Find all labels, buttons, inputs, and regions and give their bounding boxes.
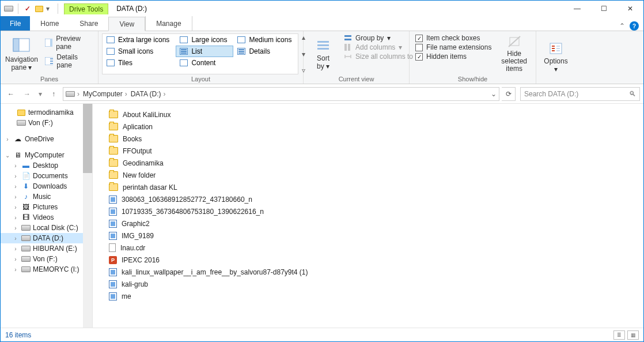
hidden-items-toggle[interactable]: Hidden items: [413, 52, 494, 61]
help-icon[interactable]: ?: [630, 21, 639, 31]
list-item[interactable]: me: [107, 290, 643, 302]
file-name: Books: [123, 135, 142, 143]
list-item[interactable]: Inau.cdr: [107, 242, 643, 254]
list-item[interactable]: Geodinamika: [107, 157, 643, 169]
preview-pane-button[interactable]: Preview pane: [41, 33, 94, 52]
breadcrumb-data[interactable]: DATA (D:) ›: [130, 90, 167, 98]
address-bar[interactable]: › MyComputer › DATA (D:) › ⌄: [63, 87, 499, 101]
sort-by-button[interactable]: Sort by ▾: [307, 33, 339, 74]
tab-home[interactable]: Home: [30, 16, 69, 31]
forward-button[interactable]: →: [20, 87, 34, 101]
layout-small[interactable]: Small icons: [103, 46, 176, 57]
options-button[interactable]: Options▾: [540, 33, 572, 81]
tab-view[interactable]: View: [108, 17, 145, 31]
layout-content[interactable]: Content: [176, 57, 233, 69]
list-item[interactable]: kali-grub: [107, 278, 643, 290]
layout-tiles[interactable]: Tiles: [103, 57, 176, 69]
tab-manage[interactable]: Manage: [145, 16, 192, 31]
search-input[interactable]: Search DATA (D:) 🔍︎: [520, 87, 640, 101]
up-button[interactable]: ↑: [47, 87, 60, 101]
list-item[interactable]: 10719335_367364806753180_1390622616_n: [107, 205, 643, 217]
list-item[interactable]: About KaliLinux: [107, 108, 643, 121]
file-name: New folder: [123, 171, 156, 179]
tab-share[interactable]: Share: [69, 16, 108, 31]
tree-item-termodinamika[interactable]: termodinamika: [1, 107, 92, 118]
list-item[interactable]: perintah dasar KL: [107, 181, 643, 193]
new-folder-icon[interactable]: [35, 5, 44, 13]
thumbnails-view-toggle[interactable]: ▦: [627, 330, 639, 340]
file-icon: [109, 243, 116, 252]
tree-item-videos[interactable]: ›🎞Videos: [1, 212, 92, 223]
svg-rect-9: [317, 44, 329, 46]
tree-item-pictures[interactable]: ›🖼Pictures: [1, 202, 92, 212]
contextual-tab-label: Drive Tools: [64, 3, 108, 14]
folder-icon: [109, 111, 118, 118]
item-count: 16 items: [5, 331, 31, 339]
layout-medium[interactable]: Medium icons: [233, 34, 298, 46]
ribbon-collapse-button[interactable]: ⌃: [619, 22, 625, 30]
group-label-current-view: Current view: [307, 74, 406, 82]
maximize-button[interactable]: ☐: [590, 1, 617, 17]
layout-gallery[interactable]: Extra large icons Large icons Medium ico…: [102, 33, 298, 74]
tree-item-music[interactable]: ›♪Music: [1, 191, 92, 202]
tree-item-documents[interactable]: ›📄Documents: [1, 171, 92, 181]
layout-large[interactable]: Large icons: [176, 34, 233, 46]
tree-item-downloads[interactable]: ›⬇Downloads: [1, 181, 92, 191]
navigation-tree[interactable]: termodinamika Von (F:) ›☁OneDrive ⌄🖥MyCo…: [1, 104, 93, 328]
file-list[interactable]: About KaliLinuxAplicationBooksFFOutputGe…: [93, 104, 643, 328]
details-view-toggle[interactable]: ≣: [613, 330, 625, 340]
file-name: 308063_106368912852772_437180660_n: [122, 196, 252, 204]
tree-item-localdisk[interactable]: ›Local Disk (C:): [1, 223, 92, 233]
tab-file[interactable]: File: [1, 16, 30, 31]
properties-icon[interactable]: ✓: [23, 5, 32, 13]
close-button[interactable]: ✕: [617, 1, 643, 17]
computer-icon: 🖥: [13, 151, 22, 159]
layout-extra-large[interactable]: Extra large icons: [103, 34, 176, 46]
layout-list[interactable]: List: [176, 46, 233, 57]
minimize-button[interactable]: ―: [564, 1, 590, 17]
list-item[interactable]: New folder: [107, 169, 643, 181]
list-item[interactable]: Aplication: [107, 121, 643, 133]
tree-item-data[interactable]: ›DATA (D:): [1, 233, 92, 243]
svg-rect-6: [50, 61, 53, 62]
list-item[interactable]: PIPEXC 2016: [107, 254, 643, 266]
tree-item-von[interactable]: Von (F:): [1, 118, 92, 128]
list-item[interactable]: IMG_9189: [107, 230, 643, 242]
tree-item-memoryc[interactable]: ›MEMORYC (I:): [1, 264, 92, 275]
item-checkboxes-toggle[interactable]: Item check boxes: [413, 33, 494, 43]
folder-icon: [109, 135, 118, 142]
file-name: Inau.cdr: [120, 244, 145, 252]
list-item[interactable]: kali_linux_wallpaper__i_am_free__by_salv…: [107, 266, 643, 278]
recent-locations-button[interactable]: ▾: [36, 87, 44, 101]
tree-scrollbar-thumb[interactable]: [83, 104, 92, 173]
file-name: Geodinamika: [123, 159, 164, 167]
search-icon: 🔍︎: [629, 90, 636, 98]
navigation-bar: ← → ▾ ↑ › MyComputer › DATA (D:) › ⌄ ⟳ S…: [1, 84, 643, 104]
file-extensions-toggle[interactable]: File name extensions: [413, 43, 494, 52]
image-icon: [109, 292, 117, 300]
breadcrumb-mycomputer[interactable]: MyComputer ›: [82, 90, 128, 98]
window-controls: ― ☐ ✕: [564, 1, 643, 17]
svg-rect-5: [50, 58, 53, 59]
tree-item-mycomputer[interactable]: ⌄🖥MyComputer: [1, 150, 92, 160]
image-icon: [109, 232, 117, 240]
layout-details[interactable]: Details: [233, 46, 298, 57]
list-item[interactable]: Books: [107, 133, 643, 145]
address-history-button[interactable]: ⌄: [491, 90, 497, 98]
folder-icon: [109, 183, 118, 191]
tree-item-hiburan[interactable]: ›HIBURAN (E:): [1, 243, 92, 254]
list-item[interactable]: 308063_106368912852772_437180660_n: [107, 193, 643, 205]
tree-item-desktop[interactable]: ›▬Desktop: [1, 160, 92, 171]
quick-access-toolbar: ✓ ▾: [1, 3, 64, 14]
refresh-button[interactable]: ⟳: [502, 87, 516, 101]
tree-item-onedrive[interactable]: ›☁OneDrive: [1, 134, 92, 144]
file-name: Aplication: [123, 123, 153, 131]
titlebar: ✓ ▾ Drive Tools DATA (D:) ― ☐ ✕: [1, 1, 643, 17]
qat-menu[interactable]: ▾: [46, 5, 53, 13]
list-item[interactable]: Graphic2: [107, 217, 643, 230]
back-button[interactable]: ←: [4, 87, 18, 101]
tree-item-von2[interactable]: ›Von (F:): [1, 254, 92, 264]
navigation-pane-button[interactable]: Navigation pane ▾: [4, 33, 39, 74]
list-item[interactable]: FFOutput: [107, 145, 643, 157]
details-pane-button[interactable]: Details pane: [41, 52, 94, 70]
